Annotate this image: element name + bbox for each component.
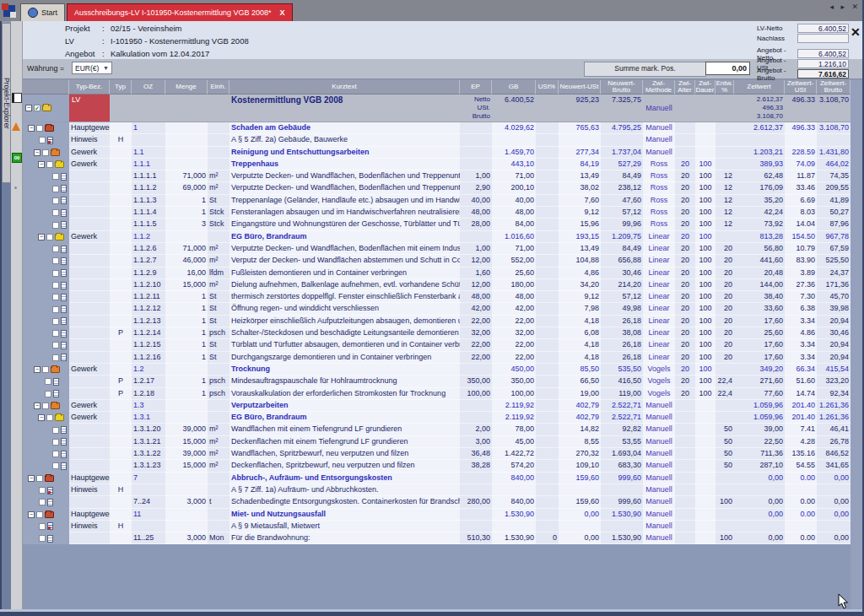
column-header-kurz[interactable]: Kurztext	[230, 80, 460, 95]
table-row[interactable]: −Hauptgewerk11Miet- und Nutzungsausfall1…	[23, 509, 850, 521]
column-header-oz[interactable]: OZ	[132, 80, 165, 95]
column-header-gb[interactable]: GB	[492, 80, 536, 95]
table-row[interactable]: −Gewerk1.1Reinigung und Entschuttungsarb…	[23, 147, 850, 159]
row-checkbox[interactable]	[39, 137, 46, 143]
column-header-nust[interactable]: Neuwert-USt	[559, 80, 601, 95]
table-row[interactable]: −Hauptgewerk7Abbruch-, Aufräum- und Ents…	[23, 473, 850, 484]
expand-collapse-box[interactable]: −	[25, 105, 32, 111]
row-checkbox[interactable]	[45, 391, 51, 397]
row-checkbox[interactable]	[52, 354, 59, 361]
window-controls[interactable]: ◂ ▸ ✕	[829, 3, 861, 11]
row-checkbox[interactable]	[46, 414, 53, 421]
table-row[interactable]: P1.2.171pschMindesauftragspauschale für …	[23, 376, 850, 387]
row-checkbox[interactable]	[42, 366, 49, 373]
table-row[interactable]: 1.1.2.111Stthermisch zerstörtes doppelfl…	[23, 291, 850, 303]
tab-active-document[interactable]: Ausschreibungs-LV I-101950-Kostenermittl…	[67, 3, 292, 21]
column-header-typ[interactable]: Typ	[110, 80, 132, 95]
row-checkbox[interactable]	[36, 511, 43, 518]
column-header-nbr[interactable]: Neuwert-Brutto	[601, 80, 643, 95]
column-header-einh[interactable]: Einh.	[208, 80, 230, 95]
table-row[interactable]: 1.3.1.2115,000m²Deckenflächen mit einem …	[23, 436, 850, 448]
summe-mark-pos-value[interactable]: 0,00	[705, 62, 750, 75]
table-row[interactable]: −Gewerk1.1.2EG Büro, Brandraum1.016,6019…	[23, 231, 850, 243]
column-header-dauer[interactable]: Zwl-Dauer	[695, 80, 716, 95]
column-header-ep[interactable]: EP	[460, 80, 492, 95]
expand-collapse-box[interactable]: −	[28, 125, 35, 132]
row-checkbox[interactable]	[39, 487, 46, 494]
row-checkbox[interactable]	[52, 306, 59, 313]
table-row[interactable]: 1.1.2.121StÖffnung regen- und winddicht …	[23, 303, 850, 315]
row-checkbox[interactable]: ✓	[34, 105, 40, 111]
column-header-typbez[interactable]: Typ-Bez.	[69, 80, 110, 95]
column-header-alter[interactable]: Zwl-Alter	[675, 80, 695, 95]
expand-collapse-box[interactable]: −	[38, 234, 45, 240]
row-checkbox[interactable]	[39, 535, 46, 542]
row-checkbox[interactable]	[52, 209, 59, 216]
table-row[interactable]: 1.3.1.2239,000m²Wandflächen, Spritzbewur…	[23, 448, 850, 460]
row-checkbox[interactable]	[39, 523, 46, 530]
row-checkbox[interactable]	[52, 294, 59, 300]
table-row[interactable]: 1.1.1.31StTreppenanlage (Geländer, Handl…	[23, 195, 850, 207]
table-row[interactable]: 1.1.2.1015,000m²Dielung aufnehmen, Balke…	[23, 279, 850, 291]
table-row[interactable]: 1.1.1.171,000m²Verputzte Decken- und Wan…	[23, 170, 850, 182]
table-row[interactable]: HinweisHA § 7 Ziff. 1a) Aufräum- und Abb…	[23, 484, 850, 496]
vertical-scrollbar[interactable]	[850, 80, 862, 609]
table-row[interactable]: 1.1.1.269,000m²Verputzte Decken- und Wan…	[23, 182, 850, 194]
row-checkbox[interactable]	[36, 475, 43, 482]
expand-collapse-box[interactable]: −	[34, 403, 40, 409]
row-checkbox[interactable]	[52, 318, 59, 325]
table-row[interactable]: 1.1.2.916,00lfdmFußleisten demontieren u…	[23, 267, 850, 279]
row-checkbox[interactable]	[46, 161, 53, 168]
row-checkbox[interactable]	[52, 186, 59, 192]
row-checkbox[interactable]	[52, 270, 59, 277]
table-row[interactable]: HinweisHA § 9 Mietausfall, MietwertManue…	[23, 521, 850, 532]
expand-collapse-box[interactable]: −	[28, 511, 35, 518]
row-checkbox[interactable]	[52, 197, 59, 204]
row-checkbox[interactable]	[52, 257, 59, 264]
table-row[interactable]: 1.1.2.161StDurchgangszarge demontieren u…	[23, 352, 850, 364]
lv-summary-row[interactable]: −✓LVKostenermittlung VGB 2008NettoUSt.Br…	[23, 95, 850, 122]
expand-collapse-box[interactable]: −	[38, 414, 45, 421]
row-checkbox[interactable]	[52, 427, 59, 434]
row-checkbox[interactable]	[36, 125, 43, 132]
row-checkbox[interactable]	[42, 403, 49, 409]
table-row[interactable]: 7..243,000tSchadenbedingte Entsorgungsko…	[23, 496, 850, 508]
row-checkbox[interactable]	[52, 246, 59, 252]
row-checkbox[interactable]	[52, 173, 59, 180]
table-row[interactable]: −Gewerk1.1.1Treppenhaus443,1084,19527,29…	[23, 159, 850, 170]
row-checkbox[interactable]	[45, 378, 51, 385]
table-row[interactable]: 1.3.1.2039,000m²Wandflächen mit einem Ti…	[23, 424, 850, 435]
table-row[interactable]: P1.1.2.141pschSchalter-/Steckdosen und b…	[23, 327, 850, 339]
expand-collapse-box[interactable]: −	[28, 475, 35, 482]
expand-collapse-box[interactable]: −	[34, 149, 40, 156]
row-checkbox[interactable]	[52, 330, 59, 337]
tab-start[interactable]: Start	[20, 3, 65, 21]
column-header-menge[interactable]: Menge	[165, 80, 208, 95]
table-row[interactable]: −Gewerk1.3.1EG Büro, Brandraum2.119,9240…	[23, 412, 850, 424]
table-row[interactable]: −Gewerk1.3Verputzarbeiten2.119,92402,792…	[23, 400, 850, 412]
row-checkbox[interactable]	[42, 149, 49, 156]
column-header-zw[interactable]: Zeitwert	[734, 80, 785, 95]
row-checkbox[interactable]	[52, 222, 59, 229]
triangle-tool-icon[interactable]	[12, 122, 20, 131]
summe-mark-pos-button[interactable]: Summe mark. Pos.	[584, 62, 706, 77]
column-header-tree[interactable]	[23, 80, 69, 95]
close-panel-icon[interactable]: ✕	[850, 25, 861, 39]
table-row[interactable]: −Gewerk1.2Trocknung450,0085,50535,50Voge…	[23, 364, 850, 376]
table-row[interactable]: 1.1.1.53StckEingangstüre und Wohnungstür…	[23, 219, 850, 230]
green-00-icon[interactable]: 00	[12, 153, 22, 163]
column-header-ust[interactable]: USt%	[536, 80, 559, 95]
row-checkbox[interactable]	[52, 342, 59, 349]
expand-collapse-box[interactable]: −	[38, 161, 45, 168]
table-row[interactable]: 1.1.2.151StTürblatt und Türfutter absaug…	[23, 339, 850, 351]
table-row[interactable]: HinweisHA § 5 Ziff. 2a) Gebäude, Bauwerk…	[23, 134, 850, 146]
expand-collapse-box[interactable]: −	[34, 366, 40, 373]
table-row[interactable]: 1.1.2.746,000m²Verputz der Decken- und W…	[23, 255, 850, 267]
table-row[interactable]: P1.2.181pschVorauskalkulation der erford…	[23, 388, 850, 400]
table-row[interactable]: 1.3.1.2315,000m²Deckenflächen, Spritzbew…	[23, 460, 850, 472]
row-checkbox[interactable]	[52, 462, 59, 469]
table-row[interactable]: 1.1.2.671,000m²Verputzte Decken- und Wan…	[23, 243, 850, 255]
row-checkbox[interactable]	[52, 439, 59, 446]
column-header-entw[interactable]: Entw. %	[716, 80, 734, 95]
row-checkbox[interactable]	[52, 451, 59, 457]
